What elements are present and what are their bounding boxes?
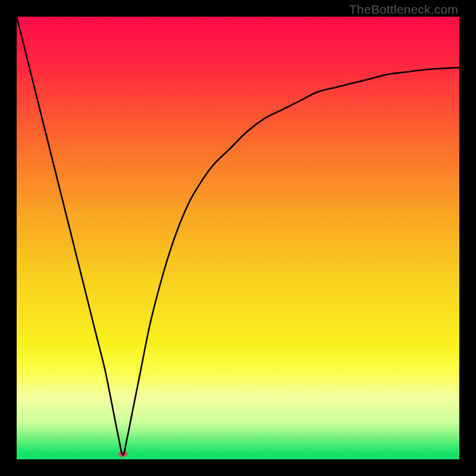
watermark: TheBottleneck.com — [349, 2, 458, 17]
plot-area — [17, 17, 459, 459]
chart-canvas — [17, 17, 459, 459]
chart-frame: TheBottleneck.com — [0, 0, 476, 476]
